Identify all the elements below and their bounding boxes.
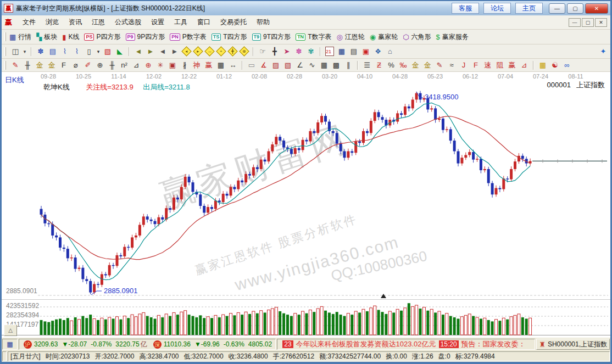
- 9t-square-button[interactable]: T99T四方形: [252, 32, 291, 42]
- dense-grid-tool[interactable]: ▦: [319, 60, 330, 71]
- hexagon-button[interactable]: ⬡六角形: [403, 32, 431, 42]
- color-chart-tool[interactable]: ◣: [114, 46, 125, 57]
- save-button[interactable]: ▣: [360, 46, 371, 57]
- volume-collapse-button[interactable]: △: [4, 324, 17, 336]
- gold-extension-tool[interactable]: 金: [46, 60, 57, 71]
- color-grid-tool[interactable]: ▦: [537, 60, 548, 71]
- diamond-plus[interactable]: +: [216, 46, 226, 56]
- diamond-horizontal[interactable]: ↔: [204, 46, 214, 56]
- fan-lines-tool[interactable]: ∡: [258, 60, 269, 71]
- close-button[interactable]: ✕: [585, 3, 608, 14]
- candle-style-tool[interactable]: ▯: [84, 46, 94, 57]
- shanghai-index-summary[interactable]: 沪 3209.63 ▼-28.07 -0.87% 3220.75 亿 深 110…: [19, 339, 276, 350]
- percent-tool[interactable]: %: [386, 60, 397, 71]
- p-number-table-button[interactable]: PNP数字表: [170, 32, 207, 42]
- kline-button[interactable]: ▮K线: [62, 32, 79, 42]
- current-symbol-segment[interactable]: ♜ SH000001,上证指数: [536, 339, 610, 350]
- winner-wheel-button[interactable]: ◉赢家轮: [370, 32, 398, 42]
- label-pointer-tool[interactable]: ➤: [281, 46, 292, 57]
- spiral-tool[interactable]: ⌀: [70, 60, 81, 71]
- mini-chart-button[interactable]: ✦: [598, 46, 609, 57]
- menu-item-9[interactable]: 帮助: [252, 16, 275, 29]
- diamond-center[interactable]: ⊕: [239, 46, 249, 56]
- chart-3-tool[interactable]: ⌇: [59, 46, 70, 57]
- diamond-left[interactable]: ◂: [181, 46, 191, 56]
- flower-tool[interactable]: ✽: [293, 46, 304, 57]
- step-back[interactable]: ◄: [157, 46, 168, 57]
- quotes-button[interactable]: ▦行情: [9, 32, 31, 42]
- permille-tool[interactable]: ‰: [398, 60, 409, 71]
- star-rays-tool[interactable]: ✳: [155, 60, 166, 71]
- 9p-square-button[interactable]: P99P四方形: [126, 32, 165, 42]
- wave-mark-tool[interactable]: ∦: [179, 60, 190, 71]
- resist-line-tool[interactable]: 阻: [494, 60, 505, 71]
- parallel-lines-tool[interactable]: ∥: [343, 60, 354, 71]
- f-line-tool[interactable]: F: [470, 60, 481, 71]
- menu-item-0[interactable]: 文件: [18, 16, 41, 29]
- diamond-right[interactable]: ▸: [193, 46, 203, 56]
- god-line-tool[interactable]: 神: [191, 60, 202, 71]
- taiji-tool[interactable]: ☯: [549, 60, 560, 71]
- gann-center-tool[interactable]: ⊕: [143, 60, 154, 71]
- menu-item-2[interactable]: 资讯: [64, 16, 87, 29]
- mdi-close-button[interactable]: ✕: [595, 18, 607, 27]
- title-bar[interactable]: 赢 赢家老子时空周期系统[纵横版] - [上证指数 SH000001-222日K…: [2, 1, 610, 15]
- step-forward[interactable]: ►: [169, 46, 180, 57]
- mdi-minimize-button[interactable]: —: [569, 18, 581, 27]
- shade-grid-tool[interactable]: ▨: [270, 60, 281, 71]
- t-number-table-button[interactable]: TNT数字表: [296, 32, 331, 42]
- diamond-cross[interactable]: ╋: [227, 46, 237, 56]
- gann-circle-tool[interactable]: ⊕: [94, 60, 105, 71]
- crosshair-tool[interactable]: ╋: [269, 46, 280, 57]
- titlebar-button-1[interactable]: 论坛: [483, 3, 511, 14]
- gold-channel-tool[interactable]: 金: [422, 60, 433, 71]
- winner-service-button[interactable]: $赢家服务: [436, 32, 469, 42]
- menu-item-6[interactable]: 工具: [169, 16, 192, 29]
- notes-list-tool[interactable]: ▤: [47, 46, 58, 57]
- hand-tool[interactable]: ☞: [257, 46, 268, 57]
- number-grid-tool[interactable]: ▦: [215, 60, 226, 71]
- j-line-tool[interactable]: J: [458, 60, 469, 71]
- menu-item-4[interactable]: 公式选股: [110, 16, 146, 29]
- angle-line-tool[interactable]: ∠: [294, 60, 305, 71]
- window-layout[interactable]: ◫: [10, 46, 21, 57]
- restore-button[interactable]: ▢: [567, 3, 583, 14]
- mdi-restore-button[interactable]: ▢: [582, 18, 594, 27]
- gann-wheel-button[interactable]: ◎江恩轮: [336, 32, 364, 42]
- gold-ratio-tool[interactable]: 金: [34, 60, 45, 71]
- menu-item-8[interactable]: 交易委托: [215, 16, 252, 29]
- z-percent-tool[interactable]: Ƶ: [374, 60, 385, 71]
- winner-line-tool[interactable]: 赢: [203, 60, 214, 71]
- sectors-button[interactable]: ▚板块: [36, 32, 57, 42]
- width-ruler-tool[interactable]: ↔: [227, 60, 238, 71]
- t-square-button[interactable]: TST四方形: [212, 32, 247, 42]
- wave-channel-tool[interactable]: ≈: [446, 60, 457, 71]
- gann-seal-tool[interactable]: ✽: [35, 46, 46, 57]
- calendar-button[interactable]: 21: [325, 47, 334, 56]
- list-ruler-tool[interactable]: ☰: [361, 60, 372, 71]
- go-last[interactable]: ►: [145, 46, 156, 57]
- chart-9-tool[interactable]: ⌇: [71, 46, 82, 57]
- export-button[interactable]: ❖: [372, 46, 383, 57]
- brush-tool[interactable]: ✎: [434, 60, 445, 71]
- menu-item-3[interactable]: 江恩: [87, 16, 110, 29]
- hatch-grid-tool[interactable]: ▧: [282, 60, 293, 71]
- titlebar-button-0[interactable]: 客服: [452, 3, 479, 14]
- winner-wave-tool[interactable]: 赢: [507, 60, 518, 71]
- p-square-button[interactable]: PSP四方形: [84, 32, 120, 42]
- gold-circle-tool[interactable]: 金: [410, 60, 421, 71]
- boxed-grid-tool[interactable]: ▩: [331, 60, 342, 71]
- news-ticker[interactable]: 23 今年以来科创板股首发募资额达1023.02亿元 15:20 预告：国家发改…: [277, 339, 535, 350]
- zigzag-tool[interactable]: ∿: [307, 60, 318, 71]
- candlestick-plot[interactable]: [2, 72, 610, 338]
- infinity-tool[interactable]: ∞: [561, 60, 572, 71]
- menu-item-5[interactable]: 设置: [146, 16, 169, 29]
- box-select-tool[interactable]: ▭: [246, 60, 257, 71]
- red-frame-tool[interactable]: ▧: [102, 46, 113, 57]
- time-grid-tool[interactable]: ╫: [107, 60, 118, 71]
- marker-pen-tool[interactable]: ✐: [82, 60, 93, 71]
- notepad-button[interactable]: ▤: [348, 46, 359, 57]
- menu-item-1[interactable]: 浏览: [41, 16, 64, 29]
- minimize-button[interactable]: —: [549, 3, 565, 14]
- go-first[interactable]: ◄: [133, 46, 144, 57]
